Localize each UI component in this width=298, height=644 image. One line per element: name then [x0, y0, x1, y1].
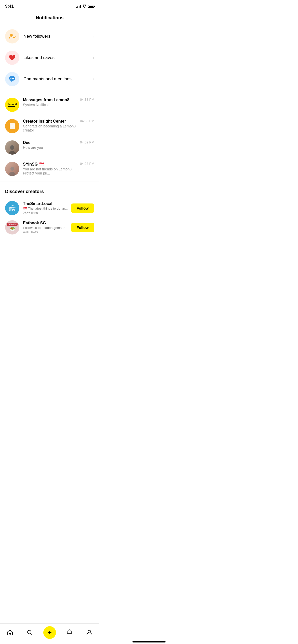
svg-point-10 — [9, 151, 16, 155]
thesmartlocal-likes: 2556 likes — [23, 211, 71, 215]
creator-insight-text: Creator Insight Center Congrats on becom… — [23, 119, 78, 132]
svg-point-3 — [12, 78, 13, 79]
bottom-spacer — [0, 237, 99, 262]
eatbook-name: Eatbook SG — [23, 221, 71, 225]
creator-insight-avatar — [5, 119, 19, 133]
smart-local-logo: THESMARTLOCAL — [8, 204, 17, 212]
likes-saves-chevron: › — [93, 55, 94, 60]
lemon8-notif-content: Messages from Lemon8 System Notification… — [23, 98, 94, 107]
category-section: New followers › Likes and saves › Commen… — [0, 26, 99, 90]
person-check-icon — [8, 33, 16, 40]
status-time: 9:41 — [5, 4, 14, 9]
new-followers-chevron: › — [93, 34, 94, 39]
eatbook-logo: EATBOOK 🥗 — [6, 222, 18, 232]
lemon8-notif-row: Messages from Lemon8 System Notification… — [23, 98, 94, 107]
notif-item-lemon8[interactable]: lemon8 Messages from Lemon8 System Notif… — [5, 94, 94, 115]
category-item-new-followers[interactable]: New followers › — [5, 26, 94, 47]
category-item-likes-saves[interactable]: Likes and saves › — [5, 47, 94, 68]
syinsg-text: SYinSG 🇸🇬 You are not friends on Lemon8.… — [23, 162, 78, 175]
battery-icon — [88, 5, 94, 8]
eatbook-info: Eatbook SG Follow us for hidden gems, ea… — [23, 221, 71, 234]
syinsg-photo — [8, 166, 17, 176]
likes-saves-label: Likes and saves — [23, 55, 93, 60]
comments-mentions-icon-wrap — [5, 72, 19, 86]
dee-avatar — [5, 140, 19, 155]
creator-insight-message: Congrats on becoming a Lemon8 creator — [23, 124, 78, 132]
eatbook-likes: 4945 likes — [23, 230, 71, 234]
eatbook-desc: Follow us for hidden gems, easy rec... — [23, 226, 69, 230]
creator-item-thesmartlocal[interactable]: THESMARTLOCAL TheSmartLocal 🇸🇬 The lates… — [5, 198, 94, 218]
svg-point-4 — [13, 78, 14, 79]
comments-mentions-label: Comments and mentions — [23, 77, 93, 82]
svg-point-2 — [10, 78, 11, 79]
thesmartlocal-info: TheSmartLocal 🇸🇬 The latest things to do… — [23, 201, 71, 215]
notif-item-creator-insight[interactable]: Creator Insight Center Congrats on becom… — [5, 115, 94, 137]
syinsg-message: You are not friends on Lemon8. Protect y… — [23, 167, 78, 175]
document-icon — [9, 123, 16, 130]
smart-local-avatar: THESMARTLOCAL — [5, 201, 19, 215]
svg-point-12 — [9, 172, 16, 176]
category-item-comments-mentions[interactable]: Comments and mentions › — [5, 68, 94, 90]
signal-icon — [76, 5, 81, 8]
thesmartlocal-follow-button[interactable]: Follow — [71, 203, 94, 213]
new-followers-icon-wrap — [5, 29, 19, 43]
new-followers-label: New followers — [23, 34, 93, 39]
page-title: Notifications — [0, 11, 99, 26]
lemon8-notif-message: System Notification — [23, 103, 78, 107]
creator-insight-content: Creator Insight Center Congrats on becom… — [23, 119, 94, 132]
lemon8-logo-text: lemon8 — [8, 103, 17, 106]
divider-2 — [0, 182, 99, 182]
dee-content: Dee How are you 04:52 PM — [23, 140, 94, 150]
svg-rect-7 — [11, 126, 14, 126]
dee-message: How are you — [23, 145, 78, 150]
heart-icon — [9, 54, 16, 61]
svg-rect-6 — [11, 125, 14, 125]
status-bar: 9:41 — [0, 0, 99, 11]
creator-insight-row: Creator Insight Center Congrats on becom… — [23, 119, 94, 132]
dee-time: 04:52 PM — [80, 140, 94, 144]
creator-insight-time: 04:38 PM — [80, 119, 94, 123]
lemon8-notif-time: 04:38 PM — [80, 98, 94, 101]
eatbook-avatar: EATBOOK 🥗 — [5, 220, 19, 235]
comments-mentions-chevron: › — [93, 77, 94, 81]
creator-item-eatbook[interactable]: EATBOOK 🥗 Eatbook SG Follow us for hidde… — [5, 218, 94, 237]
thesmartlocal-name: TheSmartLocal — [23, 201, 71, 206]
creator-insight-name: Creator Insight Center — [23, 119, 78, 124]
syinsg-row: SYinSG 🇸🇬 You are not friends on Lemon8.… — [23, 162, 94, 175]
syinsg-content: SYinSG 🇸🇬 You are not friends on Lemon8.… — [23, 162, 94, 175]
syinsg-name: SYinSG 🇸🇬 — [23, 162, 78, 167]
discover-section: Discover creators THESMARTLOCAL TheSmart… — [0, 184, 99, 237]
notifications-section: lemon8 Messages from Lemon8 System Notif… — [0, 94, 99, 180]
svg-rect-8 — [11, 127, 13, 127]
lemon8-notif-text: Messages from Lemon8 System Notification — [23, 98, 78, 107]
syinsg-avatar — [5, 162, 19, 176]
syinsg-time: 04:28 PM — [80, 162, 94, 166]
dee-text: Dee How are you — [23, 140, 78, 150]
eatbook-follow-button[interactable]: Follow — [71, 223, 94, 232]
wifi-icon — [82, 4, 86, 8]
lemon8-underline — [8, 106, 15, 107]
notif-item-syinsg[interactable]: SYinSG 🇸🇬 You are not friends on Lemon8.… — [5, 158, 94, 180]
svg-point-11 — [10, 167, 14, 171]
discover-title: Discover creators — [5, 189, 94, 194]
likes-saves-icon-wrap — [5, 51, 19, 65]
status-icons — [76, 4, 94, 8]
notif-item-dee[interactable]: Dee How are you 04:52 PM — [5, 137, 94, 158]
dee-row: Dee How are you 04:52 PM — [23, 140, 94, 150]
chat-icon — [9, 76, 16, 83]
lemon8-avatar: lemon8 — [5, 98, 19, 112]
divider-1 — [0, 92, 99, 92]
svg-point-0 — [10, 34, 13, 36]
lemon8-notif-name: Messages from Lemon8 — [23, 98, 78, 102]
dee-name: Dee — [23, 140, 78, 145]
dee-photo — [8, 144, 17, 155]
svg-point-9 — [10, 145, 14, 150]
thesmartlocal-desc: 🇸🇬 The latest things to do and see i... — [23, 207, 69, 210]
